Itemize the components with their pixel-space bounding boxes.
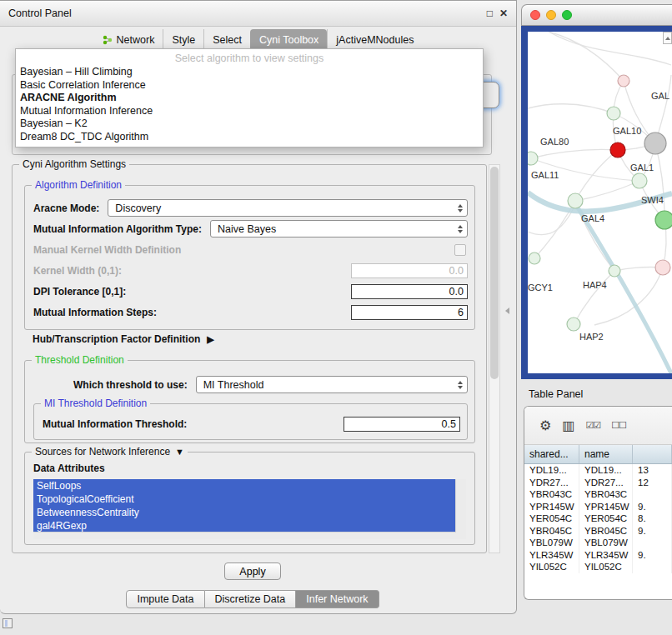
network-node[interactable] <box>655 260 670 275</box>
table-cell: 12 <box>633 477 672 489</box>
network-node[interactable] <box>618 75 629 87</box>
hub-section-row[interactable]: Hub/Transcription Factor Definition ▶ <box>33 333 214 345</box>
table-row[interactable]: YDL19...YDL19...13 <box>524 464 672 477</box>
dpi-tolerance-field[interactable]: 0.0 <box>351 284 468 299</box>
network-node-label: GAL1 <box>630 162 654 172</box>
attribute-item-selfloops[interactable]: SelfLoops <box>33 479 456 492</box>
which-threshold-select[interactable]: MI Threshold <box>196 376 468 393</box>
bottom-tab-infer-network[interactable]: Infer Network <box>296 590 379 608</box>
control-panel-titlebar[interactable]: Control Panel □ ✕ <box>0 1 516 27</box>
expand-icon[interactable]: ▶ <box>207 334 213 345</box>
table-cell: YBL079W <box>524 537 579 549</box>
attribute-item-topologicalcoefficient[interactable]: TopologicalCoefficient <box>33 492 456 506</box>
table-cell: YPR145W <box>524 501 579 513</box>
canvas-scroll-up-icon[interactable] <box>663 32 672 44</box>
manual-kernel-checkbox[interactable] <box>454 244 466 256</box>
table-header-row: shared...name <box>524 445 672 464</box>
kernel-width-row: Kernel Width (0,1): 0.0 <box>33 262 468 279</box>
settings-group-title: Cyni Algorithm Settings <box>19 158 129 170</box>
panel-splitter-arrow-icon[interactable] <box>505 308 509 314</box>
table-row[interactable]: YIL052CYIL052C <box>524 561 672 573</box>
hub-section-label: Hub/Transcription Factor Definition <box>33 333 200 345</box>
close-window-icon[interactable]: ✕ <box>499 8 508 19</box>
kernel-width-field[interactable]: 0.0 <box>351 263 468 278</box>
network-view-frame: GALGAL80GAL10GAL11GAL1SWI4GAL4GCY1HAP4HA… <box>521 26 672 379</box>
tab-label: Cyni Toolbox <box>259 34 318 46</box>
mi-type-label: Mutual Information Algorithm Type: <box>33 223 202 235</box>
algorithm-option-basic-correlation-inference[interactable]: Basic Correlation Inference <box>16 79 483 92</box>
network-edge <box>549 32 624 81</box>
mi-threshold-group-title: MI Threshold Definition <box>41 398 150 409</box>
table-row[interactable]: YBR043CYBR043C <box>524 488 672 501</box>
bottom-tab-impute-data[interactable]: Impute Data <box>126 590 204 608</box>
table-row[interactable]: YLR345WYLR345W9. <box>524 549 672 562</box>
panel-toggle-icon[interactable] <box>3 618 13 628</box>
mi-threshold-field[interactable]: 0.5 <box>344 417 460 432</box>
scrollbar-thumb[interactable] <box>490 167 499 379</box>
sources-title[interactable]: Sources for Network Inference ▼ <box>32 446 188 458</box>
manual-kernel-label: Manual Kernel Width Definition <box>33 244 181 256</box>
table-row[interactable]: YER054CYER054C8. <box>524 512 672 525</box>
tab-select[interactable]: Select <box>203 29 250 50</box>
algorithm-dropdown-popup: Select algorithm to view settings Bayesi… <box>15 48 484 148</box>
deselect-all-icon[interactable]: ☐☐ <box>611 420 626 431</box>
column-header-2[interactable]: name <box>579 445 633 463</box>
table-toolbar: ⚙▥☑☑☐☐ <box>524 407 672 445</box>
network-edge <box>531 149 618 158</box>
tab-style[interactable]: Style <box>163 29 203 50</box>
aracne-mode-select[interactable]: Discovery <box>108 199 468 217</box>
network-node[interactable] <box>567 318 580 331</box>
mi-type-select[interactable]: Naive Bayes <box>210 220 468 238</box>
gear-icon[interactable]: ⚙ <box>539 418 551 433</box>
table-cell: YBR043C <box>579 488 633 501</box>
data-attributes-list[interactable]: SelfLoopsTopologicalCoefficientBetweenne… <box>33 479 466 539</box>
bottom-tab-discretize-data[interactable]: Discretize Data <box>205 590 297 608</box>
zoom-traffic-light-icon[interactable] <box>562 10 572 20</box>
table-row[interactable]: YDR27...YDR27...12 <box>524 477 672 489</box>
apply-button[interactable]: Apply <box>224 562 281 580</box>
close-traffic-light-icon[interactable] <box>530 10 540 20</box>
table-panel-window: ⚙▥☑☑☐☐ shared...name YDL19...YDL19...13Y… <box>524 406 672 600</box>
column-header-3[interactable] <box>633 445 672 463</box>
network-canvas[interactable]: GALGAL80GAL10GAL11GAL1SWI4GAL4GCY1HAP4HA… <box>528 32 672 373</box>
algorithm-option-mutual-information-inference[interactable]: Mutual Information Inference <box>16 105 483 118</box>
settings-scrollbar[interactable] <box>489 164 500 553</box>
network-node[interactable] <box>655 211 672 229</box>
collapse-icon[interactable]: ▼ <box>175 447 184 457</box>
network-node[interactable] <box>607 107 620 120</box>
network-node[interactable] <box>644 132 666 154</box>
network-node[interactable] <box>610 142 625 158</box>
table-row[interactable]: YPR145WYPR145W9. <box>524 501 672 513</box>
network-node[interactable] <box>568 193 583 208</box>
algorithm-option-dream8-dc-tdc-algorithm[interactable]: Dream8 DC_TDC Algorithm <box>16 131 483 144</box>
network-edge <box>574 271 614 324</box>
attribute-item-gal4rgexp[interactable]: gal4RGexp <box>33 519 456 532</box>
list-horizontal-scrollbar[interactable] <box>33 532 456 539</box>
mi-steps-field[interactable]: 6 <box>351 305 468 320</box>
manual-kernel-row: Manual Kernel Width Definition <box>33 241 468 258</box>
column-header-1[interactable]: shared... <box>524 445 579 463</box>
tab-network[interactable]: Network <box>94 29 163 50</box>
algorithm-option-bayesian-hill-climbing[interactable]: Bayesian – Hill Climbing <box>16 66 483 79</box>
algorithm-option-aracne-algorithm[interactable]: ARACNE Algorithm <box>16 92 483 105</box>
algorithm-option-bayesian-k2[interactable]: Bayesian – K2 <box>16 118 483 131</box>
network-window-titlebar[interactable] <box>521 4 672 26</box>
tab-jactivemnodules[interactable]: jActiveMNodules <box>327 29 422 50</box>
attribute-item-betweennesscentrality[interactable]: BetweennessCentrality <box>33 506 456 519</box>
table-cell <box>633 561 672 573</box>
network-node[interactable] <box>609 265 620 277</box>
network-node[interactable] <box>528 152 538 165</box>
columns-icon[interactable]: ▥ <box>562 418 574 433</box>
dropdown-placeholder: Select algorithm to view settings <box>16 51 483 66</box>
table-row[interactable]: YBL079WYBL079W <box>524 537 672 549</box>
threshold-definition-title: Threshold Definition <box>32 354 128 366</box>
minimize-traffic-light-icon[interactable] <box>546 10 556 20</box>
list-vertical-scrollbar[interactable] <box>455 479 466 539</box>
network-node[interactable] <box>632 173 647 188</box>
float-window-icon[interactable]: □ <box>487 8 493 19</box>
aracne-mode-label: Aracne Mode: <box>33 202 99 214</box>
select-all-icon[interactable]: ☑☑ <box>585 420 600 431</box>
network-node[interactable] <box>529 252 540 264</box>
tab-cyni-toolbox[interactable]: Cyni Toolbox <box>250 29 327 50</box>
table-row[interactable]: YBR045CYBR045C9. <box>524 525 672 538</box>
